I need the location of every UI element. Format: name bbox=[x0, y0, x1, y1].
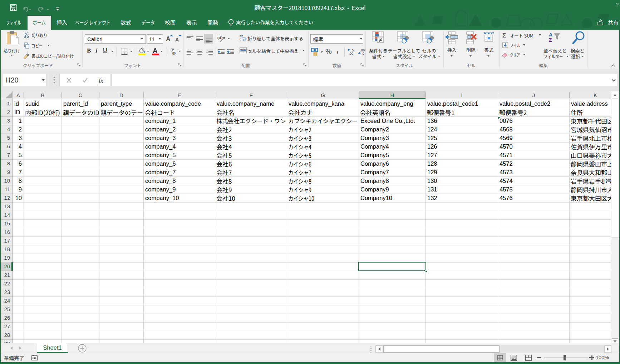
svg-text:A: A bbox=[175, 37, 179, 43]
svg-text:fx: fx bbox=[99, 78, 103, 83]
svg-text:.00: .00 bbox=[349, 51, 353, 55]
svg-text:A: A bbox=[549, 32, 552, 38]
svg-text:A: A bbox=[166, 35, 171, 43]
svg-text:c: c bbox=[240, 38, 241, 41]
svg-text:Z: Z bbox=[549, 37, 552, 43]
